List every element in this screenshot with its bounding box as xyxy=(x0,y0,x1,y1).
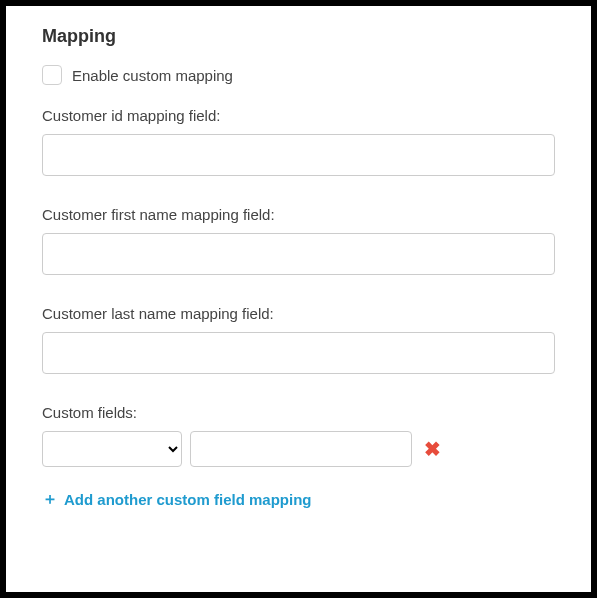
customer-last-name-field-block: Customer last name mapping field: xyxy=(42,305,555,374)
remove-icon[interactable]: ✖ xyxy=(420,439,445,459)
customer-id-field-block: Customer id mapping field: xyxy=(42,107,555,176)
custom-field-value-input[interactable] xyxy=(190,431,412,467)
customer-first-name-input[interactable] xyxy=(42,233,555,275)
custom-fields-block: Custom fields: ✖ xyxy=(42,404,555,467)
add-custom-field-label: Add another custom field mapping xyxy=(64,491,312,508)
add-custom-field-link[interactable]: ＋ Add another custom field mapping xyxy=(42,489,312,510)
customer-first-name-field-block: Customer first name mapping field: xyxy=(42,206,555,275)
customer-first-name-label: Customer first name mapping field: xyxy=(42,206,555,223)
customer-id-label: Customer id mapping field: xyxy=(42,107,555,124)
enable-custom-mapping-checkbox[interactable] xyxy=(42,65,62,85)
enable-custom-mapping-label: Enable custom mapping xyxy=(72,67,233,84)
custom-fields-label: Custom fields: xyxy=(42,404,555,421)
customer-id-input[interactable] xyxy=(42,134,555,176)
plus-icon: ＋ xyxy=(42,489,58,510)
customer-last-name-input[interactable] xyxy=(42,332,555,374)
section-title: Mapping xyxy=(42,26,555,47)
custom-field-select[interactable] xyxy=(42,431,182,467)
customer-last-name-label: Customer last name mapping field: xyxy=(42,305,555,322)
enable-custom-mapping-row: Enable custom mapping xyxy=(42,65,555,85)
mapping-panel: Mapping Enable custom mapping Customer i… xyxy=(6,6,591,592)
custom-field-row: ✖ xyxy=(42,431,555,467)
